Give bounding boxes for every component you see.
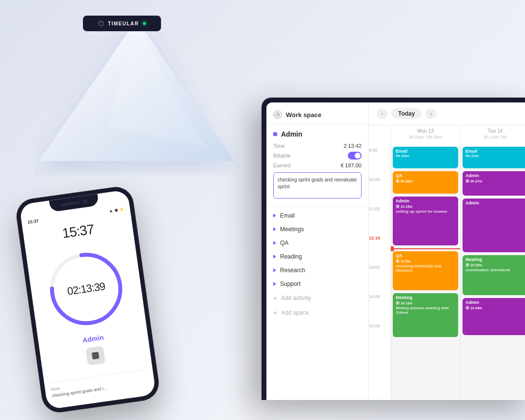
activity-support[interactable]: Support <box>266 277 368 291</box>
event-title: Admin <box>465 200 525 205</box>
event-admin-tue1[interactable]: Admin $0h 27m <box>463 171 525 196</box>
activity-reading[interactable]: Reading <box>266 250 368 263</box>
event-billable: $1h 15m <box>396 204 412 208</box>
event-title: Admin <box>465 173 525 178</box>
activity-label: Admin <box>82 333 104 344</box>
activity-name-reading: Reading <box>280 253 302 260</box>
activity-arrow-meetings <box>273 227 276 231</box>
activity-name-support: Support <box>280 280 301 287</box>
tablet-container: Work space Admin Time 2:13:42 Billable <box>262 98 525 400</box>
stop-icon <box>92 352 100 360</box>
day-events-tue14: Email 0h 24m Admin $0h 27m <box>461 147 525 400</box>
event-title: Meeting <box>465 257 525 262</box>
workspace-title: Work space <box>286 111 322 119</box>
stop-button[interactable] <box>85 346 105 366</box>
event-billable: $0h 26m <box>396 179 412 183</box>
tablet-body: Work space Admin Time 2:13:42 Billable <box>262 98 525 400</box>
time-row: Time 2:13:42 <box>273 143 362 149</box>
activity-meetings[interactable]: Meetings <box>266 222 368 236</box>
event-qa2-mon[interactable]: QA $1h 5m resolving #ticket332 and #tick… <box>393 251 458 290</box>
note-input[interactable]: checking sprint goals and reevaluate spr… <box>273 172 362 199</box>
event-desc: coordination @frontend <box>465 268 525 272</box>
admin-color-dot <box>273 132 277 136</box>
time-1216: 12:16 <box>369 235 390 264</box>
event-qa-mon[interactable]: QA $0h 26m <box>393 171 458 194</box>
activity-research[interactable]: Research <box>266 263 368 277</box>
status-icons: ▲ ◈ ⚡ <box>108 206 124 213</box>
timeular-device: TIMEULAR <box>20 0 229 176</box>
billable-toggle[interactable] <box>348 152 362 160</box>
activity-name-meetings: Meetings <box>280 226 304 233</box>
day-name-mon13: Mon 13 <box>395 128 456 134</box>
activity-arrow-reading <box>273 255 276 259</box>
activity-qa[interactable]: QA <box>266 236 368 250</box>
event-duration: 0h 24m <box>465 154 525 158</box>
days-container: Mon 13 6h 24m / 8h 00m <box>390 125 525 400</box>
calendar-header: ‹ Today › <box>369 102 525 125</box>
day-hours-mon13: 6h 24m / 8h 00m <box>395 135 456 140</box>
earned-value: € 187,00 <box>341 162 362 168</box>
activity-list: Email Meetings QA Reading <box>266 207 368 400</box>
event-admin-tue3[interactable]: Admin $1h 34m <box>463 298 525 335</box>
current-time-line <box>391 248 460 249</box>
activity-arrow-email <box>273 214 276 218</box>
add-activity-label: Add activity <box>281 295 311 301</box>
tablet-screen: Work space Admin Time 2:13:42 Billable <box>266 102 525 400</box>
activity-name-qa: QA <box>280 240 288 246</box>
next-btn[interactable]: › <box>425 108 436 119</box>
toggle-dot <box>355 153 361 159</box>
event-meeting-tue[interactable]: Meeting $1h 20m coordination @frontend <box>463 255 525 295</box>
day-header-mon13: Mon 13 6h 24m / 8h 00m <box>391 125 460 147</box>
event-admin-tue2[interactable]: Admin <box>463 199 525 252</box>
timer-circle: 02:13:39 <box>42 245 130 333</box>
workspace-icon <box>273 110 282 119</box>
activity-name-research: Research <box>280 267 305 274</box>
time-value: 2:13:42 <box>343 143 362 149</box>
camera <box>82 199 88 204</box>
workspace-header: Work space <box>266 102 368 124</box>
time-label: Time <box>273 143 285 149</box>
today-button[interactable]: Today <box>391 108 422 119</box>
event-billable: $1h 34m <box>465 306 482 310</box>
billable-row: Billable <box>273 152 362 160</box>
power-icon <box>98 20 104 26</box>
activity-email[interactable]: Email <box>266 209 368 222</box>
event-title: Admin <box>396 199 455 203</box>
phone-time: 15:37 <box>27 219 39 225</box>
event-title: Admin <box>465 300 525 305</box>
add-activity-item[interactable]: + Add activity <box>266 291 368 305</box>
event-title: Meeting <box>396 295 455 300</box>
time-10: 10:00 <box>369 176 390 205</box>
event-email-mon[interactable]: Email 0h 24m <box>393 147 458 168</box>
day-header-tue14: Tue 14 8h 12m / 8h <box>461 125 525 147</box>
event-desc: setting up sprint for momee <box>396 209 455 214</box>
sidebar-panel: Work space Admin Time 2:13:42 Billable <box>266 102 369 400</box>
device-led <box>143 22 146 25</box>
event-admin-mon[interactable]: Admin $1h 15m setting up sprint for mome… <box>393 197 458 245</box>
current-time-dot <box>391 246 394 251</box>
add-plus-icon: + <box>273 294 277 302</box>
add-space-plus-icon: + <box>273 309 277 317</box>
add-space-label: Add space <box>281 309 309 316</box>
phone-container: 15:37 ▲ ◈ ⚡ 15:37 02:13:39 Admin <box>15 181 190 419</box>
day-hours-tue14: 8h 12m / 8h <box>464 135 525 140</box>
prev-btn[interactable]: ‹ <box>377 108 387 119</box>
event-billable: $1h 5m <box>396 259 410 263</box>
billable-label: Billable <box>273 153 290 159</box>
device-triangle-svg <box>34 10 239 176</box>
event-billable: $1h 12m <box>396 301 412 305</box>
time-9: 9:00 <box>369 147 390 176</box>
phone-note-area: Note checking sprint goals and r... <box>50 369 149 399</box>
calendar-grid: 9:00 10:00 11:00 12:16 13:00 14:00 15:00 <box>369 125 525 400</box>
event-desc: Weekly momee meeting with @devs <box>396 306 455 315</box>
event-desc: resolving #ticket332 and #ticket13 <box>396 264 455 273</box>
admin-section: Admin Time 2:13:42 Billable Earned <box>266 124 368 207</box>
device-top-bar: TIMEULAR <box>83 16 161 31</box>
event-title: QA <box>396 173 455 178</box>
event-email-tue[interactable]: Email 0h 24m <box>463 147 525 168</box>
earned-label: Earned <box>273 162 290 168</box>
add-space-item[interactable]: + Add space <box>266 305 368 320</box>
brand-label: TIMEULAR <box>108 21 139 26</box>
time-14: 14:00 <box>369 293 390 322</box>
event-meeting-mon[interactable]: Meeting $1h 12m Weekly momee meeting wit… <box>393 293 458 337</box>
